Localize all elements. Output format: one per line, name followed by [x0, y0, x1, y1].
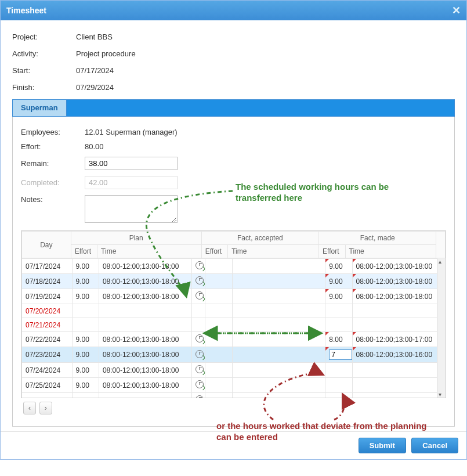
cell-plan-time[interactable]: 08:00-12:00;13:00-18:00	[99, 378, 191, 393]
cell-transfer[interactable]	[192, 363, 205, 378]
transfer-hours-icon[interactable]	[196, 365, 204, 373]
col-fact-accepted[interactable]: Fact, accepted	[201, 232, 318, 245]
cell-acc-time[interactable]	[232, 289, 325, 304]
col-plan-effort[interactable]: Effort	[71, 245, 97, 258]
cell-made-time[interactable]: 08:00-12:00;13:00-18:00	[352, 259, 445, 274]
cell-transfer[interactable]	[192, 347, 205, 363]
close-icon[interactable]: ✕	[452, 4, 461, 17]
cell-made-time[interactable]	[352, 363, 445, 378]
cell-acc-time[interactable]	[232, 304, 325, 318]
transfer-hours-icon[interactable]	[196, 380, 204, 388]
col-made-effort[interactable]: Effort	[319, 245, 345, 258]
cell-made-effort[interactable]	[325, 393, 352, 398]
table-row[interactable]: 07/22/20249.0008:00-12:00;13:00-18:008.0…	[22, 332, 446, 347]
remain-input[interactable]	[85, 157, 178, 170]
cell-plan-time[interactable]	[99, 318, 191, 332]
table-row[interactable]: 07/23/20249.0008:00-12:00;13:00-18:0008:…	[22, 347, 446, 363]
cell-day[interactable]: 07/21/2024	[22, 318, 73, 332]
cell-acc-effort[interactable]	[205, 259, 232, 274]
cell-made-time[interactable]: 08:00-12:00;13:00-18:00	[352, 289, 445, 304]
cell-plan-effort[interactable]	[72, 318, 99, 332]
cell-day[interactable]: 07/25/2024	[22, 378, 73, 393]
cell-acc-effort[interactable]	[205, 318, 232, 332]
cell-day[interactable]: 07/22/2024	[22, 332, 73, 347]
col-acc-time[interactable]: Time	[228, 245, 319, 258]
cell-acc-effort[interactable]	[205, 304, 232, 318]
cell-acc-time[interactable]	[232, 347, 325, 363]
cell-plan-time[interactable]: 08:00-12:00;13:00-18:00	[99, 363, 191, 378]
cell-acc-effort[interactable]	[205, 274, 232, 289]
made-effort-input[interactable]	[329, 349, 352, 360]
cell-transfer[interactable]	[192, 304, 205, 318]
cell-made-time[interactable]: 08:00-12:00;13:00-18:00	[352, 274, 445, 289]
table-row[interactable]: 07/20/2024	[22, 304, 446, 318]
cell-transfer[interactable]	[192, 274, 205, 289]
cell-transfer[interactable]	[192, 378, 205, 393]
table-row[interactable]: 07/24/20249.0008:00-12:00;13:00-18:00	[22, 363, 446, 378]
col-plan[interactable]: Plan	[71, 232, 201, 245]
col-acc-effort[interactable]: Effort	[201, 245, 227, 258]
cell-plan-time[interactable]: 08:00-12:00;13:00-18:00	[99, 259, 191, 274]
tab-superman[interactable]: Superman	[13, 100, 67, 116]
cell-plan-effort[interactable]: 9.00	[72, 363, 99, 378]
cell-plan-effort[interactable]: 9.00	[72, 259, 99, 274]
table-row[interactable]: 07/18/20249.0008:00-12:00;13:00-18:009.0…	[22, 274, 446, 289]
transfer-hours-icon[interactable]	[196, 334, 204, 342]
notes-input[interactable]	[85, 195, 178, 223]
cell-plan-effort[interactable]: 9.00	[72, 332, 99, 347]
col-fact-made[interactable]: Fact, made	[319, 232, 436, 245]
cell-acc-effort[interactable]	[205, 289, 232, 304]
cell-made-time[interactable]: 08:00-12:00;13:00-17:00	[352, 332, 445, 347]
cell-made-time[interactable]	[352, 393, 445, 398]
cell-made-time[interactable]	[352, 318, 445, 332]
cell-day[interactable]: 07/18/2024	[22, 274, 73, 289]
grid-scrollbar[interactable]	[437, 258, 446, 398]
cell-acc-time[interactable]	[232, 378, 325, 393]
col-plan-time[interactable]: Time	[97, 245, 202, 258]
cell-plan-time[interactable]: 08:00-12:00;13:00-18:00	[99, 332, 191, 347]
cell-plan-effort[interactable]: 9.00	[72, 274, 99, 289]
transfer-hours-icon[interactable]	[196, 350, 204, 358]
cell-plan-effort[interactable]: 9.00	[72, 347, 99, 363]
cell-plan-effort[interactable]: 9.00	[72, 393, 99, 398]
cell-made-effort[interactable]: 9.00	[325, 259, 352, 274]
cell-plan-time[interactable]	[99, 304, 191, 318]
transfer-hours-icon[interactable]	[196, 395, 204, 398]
cell-plan-time[interactable]: 08:00-12:00;13:00-18:00	[99, 347, 191, 363]
table-row[interactable]: 07/25/20249.0008:00-12:00;13:00-18:00	[22, 378, 446, 393]
cell-day[interactable]: 07/17/2024	[22, 259, 73, 274]
cell-acc-time[interactable]	[232, 363, 325, 378]
cell-acc-effort[interactable]	[205, 378, 232, 393]
cell-plan-effort[interactable]: 9.00	[72, 289, 99, 304]
cell-day[interactable]: 07/26/2024	[22, 393, 73, 398]
cell-made-effort[interactable]: 9.00	[325, 274, 352, 289]
transfer-hours-icon[interactable]	[196, 261, 204, 269]
transfer-hours-icon[interactable]	[196, 291, 204, 300]
cell-plan-effort[interactable]	[72, 304, 99, 318]
cell-plan-effort[interactable]: 9.00	[72, 378, 99, 393]
cell-made-time[interactable]: 08:00-12:00;13:00-16:00	[352, 347, 445, 363]
col-day[interactable]: Day	[22, 232, 71, 258]
cell-made-effort[interactable]	[325, 347, 352, 363]
cell-made-time[interactable]	[352, 378, 445, 393]
transfer-hours-icon[interactable]	[196, 276, 204, 284]
submit-button[interactable]: Submit	[359, 438, 406, 453]
cell-transfer[interactable]	[192, 332, 205, 347]
cell-acc-time[interactable]	[232, 274, 325, 289]
cell-made-effort[interactable]	[325, 318, 352, 332]
table-row[interactable]: 07/17/20249.0008:00-12:00;13:00-18:009.0…	[22, 259, 446, 274]
cell-made-effort[interactable]: 9.00	[325, 289, 352, 304]
table-row[interactable]: 07/26/20249.0008:00-12:00;13:00-18:00	[22, 393, 446, 398]
cell-made-effort[interactable]: 8.00	[325, 332, 352, 347]
cell-transfer[interactable]	[192, 318, 205, 332]
cell-acc-time[interactable]	[232, 332, 325, 347]
cell-day[interactable]: 07/19/2024	[22, 289, 73, 304]
cell-made-time[interactable]	[352, 304, 445, 318]
cell-transfer[interactable]	[192, 393, 205, 398]
pager-next[interactable]: ›	[39, 402, 52, 414]
cell-plan-time[interactable]: 08:00-12:00;13:00-18:00	[99, 393, 191, 398]
cell-plan-time[interactable]: 08:00-12:00;13:00-18:00	[99, 289, 191, 304]
cell-made-effort[interactable]	[325, 378, 352, 393]
cell-transfer[interactable]	[192, 289, 205, 304]
cell-acc-effort[interactable]	[205, 347, 232, 363]
